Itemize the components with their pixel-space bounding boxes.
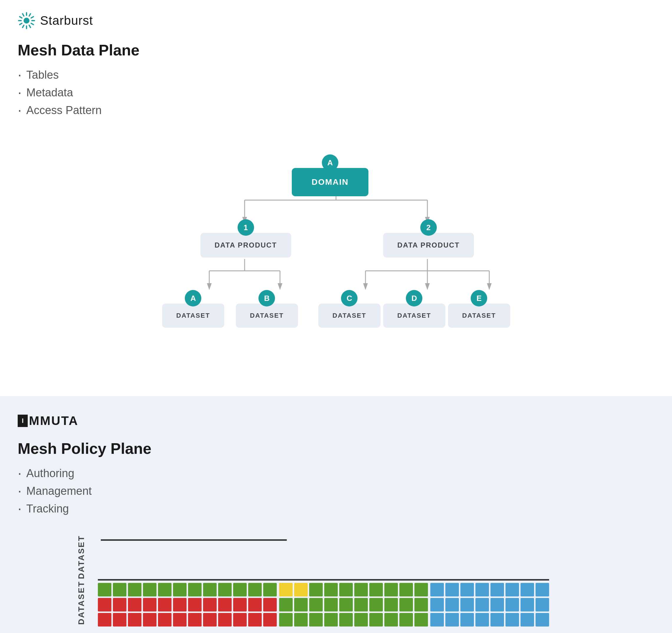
grid-cell xyxy=(384,598,398,611)
grid-cell xyxy=(263,613,277,627)
grid-cell xyxy=(203,598,217,611)
grid-cell xyxy=(98,598,112,611)
dataset-a-badge: A xyxy=(185,290,201,307)
bottom-section: I MMUTA Mesh Policy Plane Authoring Mana… xyxy=(0,396,672,633)
grid-cell xyxy=(233,583,247,597)
mesh-data-plane-title: Mesh Data Plane xyxy=(18,41,654,59)
grid-cell xyxy=(98,613,112,627)
grid-cell xyxy=(521,583,534,597)
grid-cell xyxy=(354,613,368,627)
bullet-tracking: Tracking xyxy=(18,500,654,517)
svg-line-11 xyxy=(23,14,24,16)
grid-cell xyxy=(505,613,519,627)
grid-cell xyxy=(490,598,504,611)
grid-cell xyxy=(445,598,459,611)
dp2-badge: 2 xyxy=(420,219,437,236)
starburst-icon xyxy=(18,12,35,29)
grid-cell xyxy=(384,613,398,627)
immuta-bullet-list: Authoring Management Tracking xyxy=(18,464,654,517)
grid-cell xyxy=(233,598,247,611)
cell-grid xyxy=(279,583,428,627)
dataset-row1: // Will be rendered by inline JS below xyxy=(101,544,287,574)
grid-cell xyxy=(324,583,338,597)
grid-cell xyxy=(128,613,142,627)
grid-cell xyxy=(460,583,474,597)
bullet-tables: Tables xyxy=(18,66,654,84)
dp2-box: DATA PRODUCT xyxy=(383,233,474,258)
grid-cell xyxy=(309,583,323,597)
dataset-e-box: DATASET xyxy=(448,303,510,328)
bullet-authoring: Authoring xyxy=(18,464,654,482)
grid-cell xyxy=(490,613,504,627)
grid-cell xyxy=(354,598,368,611)
immuta-logo-area: I MMUTA xyxy=(18,414,654,428)
starburst-logo-area: Starburst xyxy=(18,12,654,29)
grid-cell xyxy=(263,583,277,597)
grid-cell xyxy=(158,583,171,597)
svg-line-2 xyxy=(31,17,33,18)
grid-cell xyxy=(535,583,549,597)
grid-cell xyxy=(143,583,157,597)
grid-cell xyxy=(188,598,201,611)
dataset-e-badge: E xyxy=(471,290,487,307)
grid-cell xyxy=(218,613,232,627)
grid-cell xyxy=(188,583,201,597)
grid-cell xyxy=(369,583,383,597)
mesh-policy-plane-title: Mesh Policy Plane xyxy=(18,440,654,457)
grid-cell xyxy=(414,613,428,627)
dataset-c-node: C DATASET xyxy=(318,290,381,328)
grid-cell xyxy=(203,613,217,627)
grid-cell xyxy=(309,598,323,611)
dataset-label: DATASET xyxy=(77,535,86,579)
starburst-bullet-list: Tables Metadata Access Pattern xyxy=(18,66,654,119)
grid-cell xyxy=(279,583,293,597)
svg-line-4 xyxy=(31,23,33,25)
dataset-grid-section: DATASET // Will be rendered by inline JS… xyxy=(77,535,654,579)
grid-cell xyxy=(475,598,489,611)
grid-cell xyxy=(143,613,157,627)
svg-line-8 xyxy=(20,23,22,25)
dataset-vertical-label: DATASET xyxy=(77,581,86,625)
bullet-management: Management xyxy=(18,482,654,500)
dataset-d-badge: D xyxy=(406,290,422,307)
grid-cell xyxy=(324,613,338,627)
grid-cell xyxy=(490,583,504,597)
grid-cell xyxy=(113,583,126,597)
grid-cell xyxy=(460,598,474,611)
svg-marker-25 xyxy=(207,283,212,290)
svg-line-5 xyxy=(29,25,31,28)
grid-cell xyxy=(414,583,428,597)
grid-cell xyxy=(279,598,293,611)
grid-cell xyxy=(248,613,262,627)
grid-cell xyxy=(233,613,247,627)
grid-cell xyxy=(218,598,232,611)
immuta-logo-icon: I xyxy=(18,415,28,427)
grid-cell xyxy=(294,598,308,611)
grid-cell xyxy=(430,598,444,611)
grid-cell xyxy=(414,598,428,611)
dataset-green-block: // Will be rendered by inline JS below xyxy=(101,544,287,574)
grid-cell xyxy=(339,613,353,627)
dataset-grid-row: DATASET xyxy=(77,579,654,627)
dataset-b-box: DATASET xyxy=(236,303,298,328)
dataset-grid-wrapper xyxy=(98,579,549,627)
svg-line-1 xyxy=(29,14,31,16)
domain-badge: A xyxy=(322,154,338,171)
grid-cell xyxy=(339,598,353,611)
grid-cell xyxy=(143,598,157,611)
grid-cell xyxy=(369,613,383,627)
cell-grid xyxy=(98,583,277,627)
grid-cell xyxy=(505,583,519,597)
svg-marker-34 xyxy=(363,283,368,290)
grid-cell xyxy=(399,613,413,627)
grid-visualizations: DATASET // Will be rendered by inline JS… xyxy=(77,535,654,579)
svg-line-7 xyxy=(23,25,24,28)
dataset-b-badge: B xyxy=(259,290,275,307)
cell-grid xyxy=(430,583,549,627)
data-product-1-node: 1 DATA PRODUCT xyxy=(200,219,291,258)
dataset-b-node: B DATASET xyxy=(236,290,298,328)
dataset-a-node: A DATASET xyxy=(162,290,224,328)
grid-cell xyxy=(248,583,262,597)
data-product-2-node: 2 DATA PRODUCT xyxy=(383,219,474,258)
svg-line-10 xyxy=(20,17,22,18)
